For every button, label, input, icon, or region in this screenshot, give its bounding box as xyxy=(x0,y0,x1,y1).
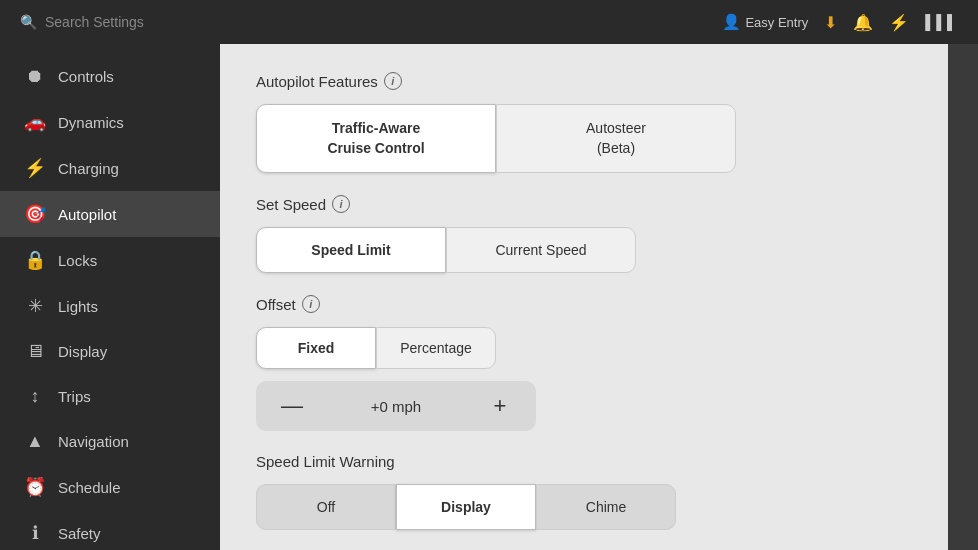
charging-icon: ⚡ xyxy=(24,157,46,179)
autopilot-traffic-aware-btn[interactable]: Traffic-AwareCruise Control xyxy=(256,104,496,173)
sidebar-item-trips[interactable]: ↕ Trips xyxy=(0,374,220,419)
controls-icon: ⏺ xyxy=(24,66,46,87)
offset-percentage-btn[interactable]: Percentage xyxy=(376,327,496,369)
easy-entry-item[interactable]: 👤 Easy Entry xyxy=(722,13,808,31)
sidebar-item-safety[interactable]: ℹ Safety xyxy=(0,510,220,550)
autopilot-features-title: Autopilot Features i xyxy=(256,72,912,90)
autopilot-features-info-icon[interactable]: i xyxy=(384,72,402,90)
search-area[interactable]: 🔍 Search Settings xyxy=(20,14,144,30)
trips-label: Trips xyxy=(58,388,91,405)
speed-limit-btn[interactable]: Speed Limit xyxy=(256,227,446,273)
lights-icon: ✳ xyxy=(24,295,46,317)
offset-minus-btn[interactable]: — xyxy=(276,393,308,419)
autopilot-label: Autopilot xyxy=(58,206,116,223)
sidebar-item-locks[interactable]: 🔒 Locks xyxy=(0,237,220,283)
charging-label: Charging xyxy=(58,160,119,177)
locks-icon: 🔒 xyxy=(24,249,46,271)
offset-type-group: Fixed Percentage xyxy=(256,327,496,369)
easy-entry-label: Easy Entry xyxy=(745,15,808,30)
speed-limit-warning-title: Speed Limit Warning xyxy=(256,453,912,470)
set-speed-title: Set Speed i xyxy=(256,195,912,213)
sidebar-item-controls[interactable]: ⏺ Controls xyxy=(0,54,220,99)
search-placeholder: Search Settings xyxy=(45,14,144,30)
speed-limit-warning-group: Off Display Chime xyxy=(256,484,676,530)
current-speed-btn[interactable]: Current Speed xyxy=(446,227,636,273)
dynamics-label: Dynamics xyxy=(58,114,124,131)
set-speed-group: Speed Limit Current Speed xyxy=(256,227,636,273)
sidebar-item-dynamics[interactable]: 🚗 Dynamics xyxy=(0,99,220,145)
set-speed-info-icon[interactable]: i xyxy=(332,195,350,213)
top-right-icons: 👤 Easy Entry ⬇ 🔔 ⚡ ▌▌▌ xyxy=(722,13,958,32)
offset-plus-btn[interactable]: + xyxy=(484,393,516,419)
offset-info-icon[interactable]: i xyxy=(302,295,320,313)
schedule-label: Schedule xyxy=(58,479,121,496)
slw-display-btn[interactable]: Display xyxy=(396,484,536,530)
sidebar-item-display[interactable]: 🖥 Display xyxy=(0,329,220,374)
sidebar-item-schedule[interactable]: ⏰ Schedule xyxy=(0,464,220,510)
slw-chime-btn[interactable]: Chime xyxy=(536,484,676,530)
navigation-label: Navigation xyxy=(58,433,129,450)
right-panel xyxy=(948,44,978,550)
safety-label: Safety xyxy=(58,525,101,542)
offset-title: Offset i xyxy=(256,295,912,313)
search-icon: 🔍 xyxy=(20,14,37,30)
bell-icon[interactable]: 🔔 xyxy=(853,13,873,32)
offset-fixed-btn[interactable]: Fixed xyxy=(256,327,376,369)
dynamics-icon: 🚗 xyxy=(24,111,46,133)
sidebar-item-lights[interactable]: ✳ Lights xyxy=(0,283,220,329)
lights-label: Lights xyxy=(58,298,98,315)
locks-label: Locks xyxy=(58,252,97,269)
navigation-icon: ▲ xyxy=(24,431,46,452)
controls-label: Controls xyxy=(58,68,114,85)
person-icon: 👤 xyxy=(722,13,741,31)
content-panel: Autopilot Features i Traffic-AwareCruise… xyxy=(220,44,948,550)
sidebar: ⏺ Controls 🚗 Dynamics ⚡ Charging 🎯 Autop… xyxy=(0,44,220,550)
autopilot-autosteer-btn[interactable]: Autosteer(Beta) xyxy=(496,104,736,173)
main-area: ⏺ Controls 🚗 Dynamics ⚡ Charging 🎯 Autop… xyxy=(0,44,978,550)
sidebar-item-autopilot[interactable]: 🎯 Autopilot xyxy=(0,191,220,237)
offset-value: +0 mph xyxy=(371,398,421,415)
top-bar: 🔍 Search Settings 👤 Easy Entry ⬇ 🔔 ⚡ ▌▌▌ xyxy=(0,0,978,44)
slw-off-btn[interactable]: Off xyxy=(256,484,396,530)
sidebar-item-navigation[interactable]: ▲ Navigation xyxy=(0,419,220,464)
download-icon[interactable]: ⬇ xyxy=(824,13,837,32)
sidebar-item-charging[interactable]: ⚡ Charging xyxy=(0,145,220,191)
autopilot-icon: 🎯 xyxy=(24,203,46,225)
schedule-icon: ⏰ xyxy=(24,476,46,498)
bluetooth-icon[interactable]: ⚡ xyxy=(889,13,909,32)
trips-icon: ↕ xyxy=(24,386,46,407)
display-label: Display xyxy=(58,343,107,360)
offset-stepper: — +0 mph + xyxy=(256,381,536,431)
signal-icon: ▌▌▌ xyxy=(925,14,958,30)
autopilot-features-group: Traffic-AwareCruise Control Autosteer(Be… xyxy=(256,104,736,173)
safety-icon: ℹ xyxy=(24,522,46,544)
display-icon: 🖥 xyxy=(24,341,46,362)
